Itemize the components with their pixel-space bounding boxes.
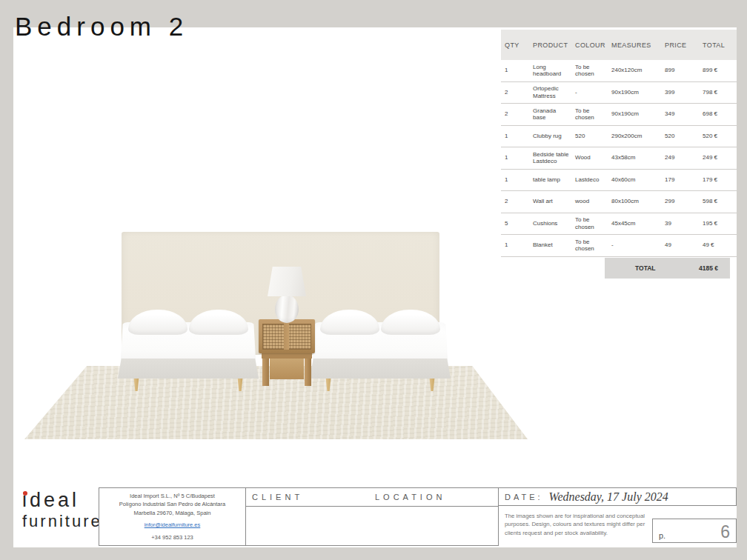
- cell-colour: To be chosen: [571, 64, 608, 78]
- location-label: LOCATION: [369, 488, 498, 507]
- logo-text-ideal: ideal: [22, 490, 102, 512]
- cell-total: 249 €: [699, 154, 737, 161]
- cell-product: Clubby rug: [529, 133, 571, 140]
- client-field: CLIENT: [246, 487, 370, 546]
- cell-price: 349: [661, 110, 699, 118]
- lamp-shade-icon: [268, 267, 306, 296]
- cell-total: 698 €: [699, 110, 737, 118]
- total-label: TOTAL: [635, 258, 656, 279]
- cell-colour: To be chosen: [571, 107, 608, 121]
- cell-colour: Wood: [571, 154, 608, 161]
- pillow-icon: [381, 310, 440, 335]
- disclaimer-text: The images shown are for inspirational a…: [505, 512, 647, 537]
- header-measures: MEASURES: [608, 41, 661, 49]
- cell-colour: 520: [571, 133, 608, 140]
- cell-total: 179 €: [699, 176, 737, 184]
- pillow-icon: [128, 310, 187, 335]
- table-row: 1Bedside table LastdecoWood43x58cm249249…: [501, 147, 737, 170]
- cell-measures: -: [608, 241, 661, 249]
- table-row: 1Clubby rug520290x200cm520520 €: [501, 126, 737, 148]
- cell-measures: 90x190cm: [608, 110, 661, 118]
- cell-measures: 90x190cm: [608, 89, 661, 96]
- cell-measures: 45x45cm: [608, 220, 661, 227]
- date-value: Wednesday, 17 July 2024: [549, 490, 668, 504]
- total-value: 4185 €: [699, 258, 718, 279]
- cell-colour: To be chosen: [571, 216, 608, 230]
- cell-measures: 40x60cm: [608, 176, 661, 184]
- cell-measures: 80x100cm: [608, 198, 661, 205]
- cell-price: 39: [661, 220, 699, 227]
- product-table-total-row: TOTAL 4185 €: [501, 258, 737, 279]
- rattan-divider: [284, 324, 289, 350]
- header-qty: QTY: [501, 41, 529, 49]
- cell-qty: 1: [501, 154, 529, 161]
- location-field: LOCATION: [369, 487, 499, 546]
- cell-qty: 1: [501, 241, 529, 249]
- cell-product: Long headboard: [529, 64, 571, 78]
- page-number-value: 6: [720, 524, 730, 540]
- cell-price: 49: [661, 241, 699, 249]
- cell-total: 598 €: [699, 198, 737, 205]
- table-drawer: [259, 319, 315, 353]
- table-row: 1table lampLastdeco40x60cm179179 €: [501, 170, 737, 192]
- cell-product: Bedside table Lastdeco: [529, 151, 571, 165]
- table-row: 1BlanketTo be chosen-4949 €: [501, 235, 737, 257]
- product-table-rows: 1Long headboardTo be chosen240x120cm8998…: [501, 60, 737, 257]
- bed-left-image: [118, 309, 259, 392]
- table-row: 2Ortopedic Mattress-90x190cm399798 €: [501, 82, 737, 104]
- bed-leg-icon: [325, 379, 331, 391]
- lamp-base-icon: [275, 295, 299, 323]
- address-line: Marbella 29670, Málaga, Spain: [99, 509, 245, 517]
- pillow-icon: [189, 310, 248, 335]
- cell-qty: 5: [501, 220, 529, 227]
- cell-total: 798 €: [699, 89, 737, 96]
- header-total: TOTAL: [699, 41, 737, 49]
- bed-leg-icon: [237, 379, 243, 391]
- cell-measures: 43x58cm: [608, 154, 661, 161]
- email-link[interactable]: infor@idealfurniture.es: [145, 521, 201, 529]
- table-back-panel: [270, 359, 304, 379]
- bed-leg-icon: [429, 379, 435, 391]
- logo-word: ideal: [22, 489, 79, 511]
- cell-measures: 240x120cm: [608, 67, 661, 74]
- company-address-box: Ideal Import S.L., Nº 5 C/Budapest Políg…: [99, 487, 246, 546]
- cell-qty: 1: [501, 133, 529, 140]
- client-label: CLIENT: [246, 488, 369, 507]
- header-product: PRODUCT: [529, 41, 571, 49]
- table-row: 2Granada baseTo be chosen90x190cm349698 …: [501, 104, 737, 126]
- cell-price: 899: [661, 67, 699, 74]
- header-price: PRICE: [661, 41, 699, 49]
- phone-number: +34 952 853 123: [99, 533, 245, 541]
- address-line: Ideal Import S.L., Nº 5 C/Budapest: [99, 492, 245, 500]
- bed-base-image: [118, 359, 259, 379]
- bed-base-image: [310, 359, 451, 379]
- document-canvas: Bedroom 2 QTY PRODUCT COLOUR MEASURES PR…: [0, 0, 747, 560]
- cell-colour: wood: [571, 198, 608, 205]
- date-label: DATE:: [505, 493, 543, 501]
- cell-colour: To be chosen: [571, 239, 608, 253]
- bed-leg-icon: [133, 379, 139, 391]
- product-table: QTY PRODUCT COLOUR MEASURES PRICE TOTAL …: [501, 30, 737, 279]
- cell-total: 195 €: [699, 220, 737, 227]
- cell-product: Wall art: [529, 198, 571, 205]
- cell-qty: 1: [501, 176, 529, 184]
- cell-qty: 1: [501, 67, 529, 74]
- bed-right-image: [310, 309, 451, 392]
- cell-price: 179: [661, 176, 699, 184]
- cell-product: table lamp: [529, 176, 571, 184]
- cell-total: 899 €: [699, 67, 737, 74]
- cell-product: Cushions: [529, 220, 571, 227]
- cell-colour: -: [571, 89, 608, 96]
- address-line: Polígono Industrial San Pedro de Alcánta…: [99, 500, 245, 508]
- pillow-icon: [320, 310, 379, 335]
- logo-text-furniture: furniture: [22, 512, 102, 531]
- date-field: DATE: Wednesday, 17 July 2024: [498, 487, 737, 506]
- page-number-label: p.: [659, 531, 665, 540]
- product-table-header: QTY PRODUCT COLOUR MEASURES PRICE TOTAL: [501, 30, 737, 60]
- cell-qty: 2: [501, 89, 529, 96]
- table-row: 1Long headboardTo be chosen240x120cm8998…: [501, 60, 737, 82]
- logo-red-dot-icon: [23, 491, 27, 496]
- company-logo: ideal furniture: [22, 490, 102, 531]
- cell-qty: 2: [501, 198, 529, 205]
- table-lamp-image: [263, 267, 311, 323]
